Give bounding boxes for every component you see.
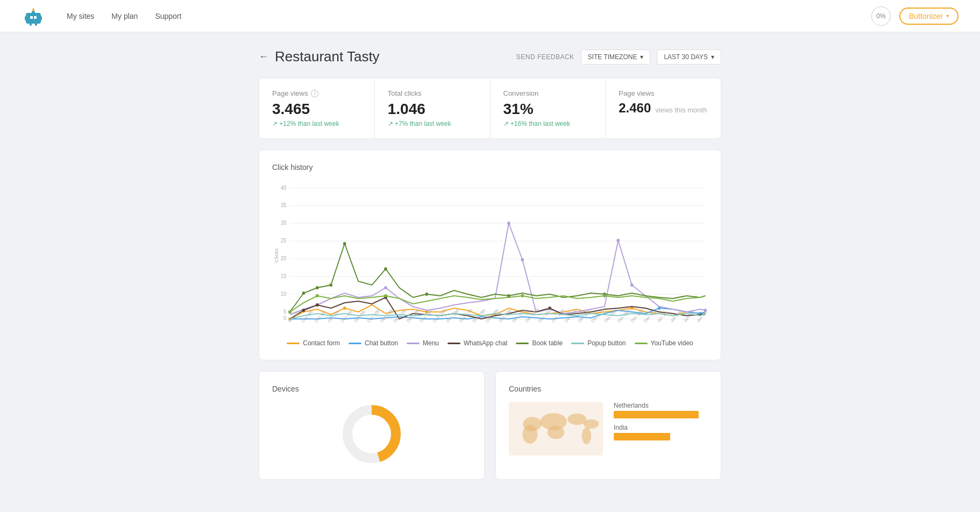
world-map <box>509 402 603 456</box>
stats-row: Page views i 3.465 ↗ +12% than last week… <box>259 78 721 139</box>
legend-menu: Menu <box>407 339 439 347</box>
svg-text:15: 15 <box>281 273 286 279</box>
svg-point-51 <box>384 267 387 271</box>
svg-text:25: 25 <box>281 238 286 244</box>
stat-subvalue-2: 2.460 <box>619 101 651 116</box>
chart-legend: Contact form Chat button Menu WhatsApp c… <box>272 339 708 347</box>
svg-text:20: 20 <box>281 255 287 261</box>
svg-point-50 <box>343 242 346 245</box>
country-bar-bg-india <box>614 433 670 440</box>
stat-value-page-views: 3.465 <box>272 101 361 118</box>
svg-text:Jan 2nd: Jan 2nd <box>669 309 683 324</box>
legend-label-youtube-video: YouTube video <box>651 339 693 347</box>
svg-text:0: 0 <box>283 315 287 321</box>
svg-point-49 <box>329 283 332 287</box>
svg-point-39 <box>616 239 620 242</box>
svg-rect-6 <box>25 16 27 20</box>
stat-trend-page-views: ↗ +12% than last week <box>272 120 361 127</box>
page-content: ← Restaurant Tasty SEND FEEDBACK SITE TI… <box>248 32 732 496</box>
donut-container <box>272 402 471 466</box>
legend-line-menu <box>407 343 420 344</box>
chart-section: Click history 40 35 30 25 20 15 10 5 0 C… <box>259 150 721 360</box>
buttonizer-label: Buttonizer <box>909 12 943 20</box>
days-chevron-icon: ▾ <box>711 53 714 61</box>
svg-point-47 <box>302 291 306 295</box>
main-nav: My sites My plan Support <box>67 12 871 20</box>
donut-chart <box>339 402 404 466</box>
stat-sub-label-2: views this month <box>655 106 707 114</box>
svg-point-52 <box>425 293 428 296</box>
svg-text:5: 5 <box>283 309 286 315</box>
country-bar-netherlands: Netherlands <box>614 402 708 418</box>
stat-trend-total-clicks: ↗ +7% than last week <box>388 120 477 127</box>
legend-label-contact-form: Contact form <box>303 339 340 347</box>
nav-support[interactable]: Support <box>155 12 181 20</box>
legend-label-menu: Menu <box>423 339 439 347</box>
svg-text:40: 40 <box>281 185 287 191</box>
legend-label-whatsapp: WhatsApp chat <box>464 339 507 347</box>
legend-line-book-table <box>516 343 529 344</box>
trend-arrow-icon: ↗ <box>272 120 278 127</box>
devices-card: Devices <box>259 371 485 480</box>
world-map-svg <box>509 402 603 456</box>
timezone-button[interactable]: SITE TIMEZONE ▾ <box>581 49 651 65</box>
nav-my-plan[interactable]: My plan <box>111 12 138 20</box>
svg-text:Dec 8th: Dec 8th <box>340 309 353 323</box>
legend-popup-button: Popup button <box>571 339 626 347</box>
countries-title: Countries <box>509 385 708 393</box>
svg-point-36 <box>384 286 387 289</box>
legend-line-contact-form <box>287 343 300 344</box>
title-left: ← Restaurant Tasty <box>259 48 380 65</box>
svg-text:10: 10 <box>281 291 287 297</box>
svg-text:Dec 22nd: Dec 22nd <box>524 307 540 324</box>
legend-label-book-table: Book table <box>532 339 563 347</box>
page-title: Restaurant Tasty <box>275 48 380 65</box>
svg-point-38 <box>521 258 524 261</box>
chart-container: 40 35 30 25 20 15 10 5 0 Clicks <box>272 180 708 331</box>
legend-whatsapp: WhatsApp chat <box>448 339 507 347</box>
stat-page-views: Page views i 3.465 ↗ +12% than last week <box>259 79 375 138</box>
buttonizer-button[interactable]: Buttonizer ▾ <box>899 8 958 25</box>
timezone-chevron-icon: ▾ <box>640 53 643 61</box>
svg-point-42 <box>302 309 306 312</box>
svg-point-96 <box>522 425 537 444</box>
svg-point-101 <box>582 427 592 444</box>
svg-point-56 <box>316 294 319 297</box>
svg-point-37 <box>507 222 510 225</box>
country-bars: Netherlands India <box>614 402 708 446</box>
trend-arrow-icon3: ↗ <box>503 120 509 127</box>
legend-label-popup-button: Popup button <box>587 339 626 347</box>
svg-point-40 <box>630 283 634 287</box>
svg-rect-1 <box>30 16 33 19</box>
logo-icon <box>22 4 45 28</box>
svg-point-57 <box>384 294 387 297</box>
svg-rect-8 <box>30 23 32 26</box>
country-bar-bg-netherlands <box>614 411 699 418</box>
svg-point-58 <box>521 294 524 297</box>
legend-youtube-video: YouTube video <box>635 339 693 347</box>
back-button[interactable]: ← <box>259 51 268 62</box>
days-label: LAST 30 DAYS <box>664 53 708 61</box>
logo-area <box>22 4 45 28</box>
svg-text:30: 30 <box>281 220 287 226</box>
svg-point-99 <box>567 414 586 425</box>
title-row: ← Restaurant Tasty SEND FEEDBACK SITE TI… <box>259 48 721 65</box>
svg-point-55 <box>288 310 292 314</box>
days-filter-button[interactable]: LAST 30 DAYS ▾ <box>657 49 721 65</box>
title-actions: SEND FEEDBACK SITE TIMEZONE ▾ LAST 30 DA… <box>516 49 721 65</box>
percent-badge: 0% <box>871 6 891 26</box>
svg-point-30 <box>343 307 346 310</box>
legend-line-popup-button <box>571 343 584 344</box>
nav-my-sites[interactable]: My sites <box>67 12 94 20</box>
svg-text:35: 35 <box>281 202 286 208</box>
header: My sites My plan Support 0% Buttonizer ▾ <box>0 0 980 32</box>
send-feedback-button[interactable]: SEND FEEDBACK <box>516 53 574 61</box>
country-bar-india: India <box>614 424 708 440</box>
stat-label-page-views: Page views i <box>272 89 361 97</box>
trend-arrow-icon2: ↗ <box>388 120 393 127</box>
stat-label-conversion: Conversion <box>503 89 593 97</box>
svg-text:Dec 7th: Dec 7th <box>327 309 340 323</box>
stat-total-clicks: Total clicks 1.046 ↗ +7% than last week <box>375 79 491 138</box>
header-right: 0% Buttonizer ▾ <box>871 6 958 26</box>
legend-book-table: Book table <box>516 339 563 347</box>
